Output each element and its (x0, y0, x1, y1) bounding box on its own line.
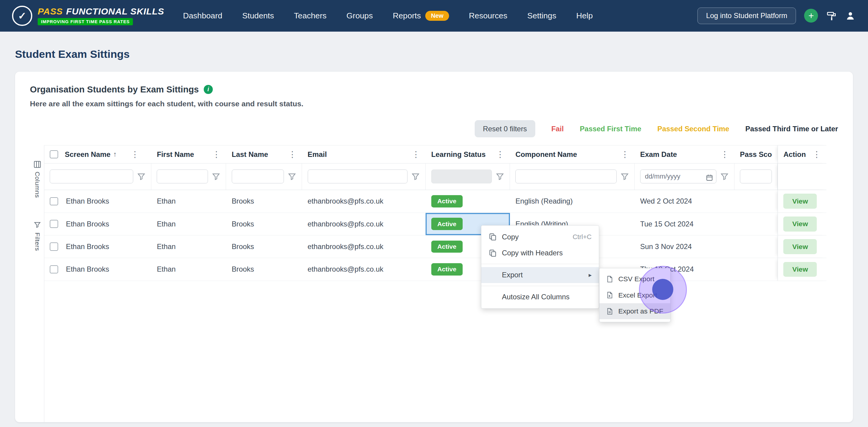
header-first-name[interactable]: First Name⋮ (151, 145, 226, 163)
cell-last-name[interactable]: Brooks (226, 258, 302, 281)
cell-email[interactable]: ethanbrooks@pfs.co.uk (302, 190, 426, 212)
nav-item-dashboard[interactable]: Dashboard (183, 11, 222, 21)
cell-pass-score[interactable] (735, 235, 778, 258)
theme-roller-icon[interactable] (827, 10, 837, 21)
row-checkbox[interactable] (50, 220, 58, 228)
add-button[interactable]: + (804, 9, 818, 23)
cell-first-name[interactable]: Ethan (151, 213, 226, 235)
info-icon[interactable]: i (204, 85, 213, 94)
context-menu-item-autosize-all-columns[interactable]: Autosize All Columns (481, 289, 599, 305)
context-menu-item-export[interactable]: Export ▸ (481, 267, 599, 283)
context-menu-item-copy[interactable]: Copy Ctrl+C (481, 229, 599, 245)
column-menu-icon[interactable]: ⋮ (209, 150, 221, 159)
table-row[interactable]: Ethan Brooks Ethan Brooks ethanbrooks@pf… (44, 213, 827, 235)
filter-input-last-name[interactable] (232, 169, 284, 184)
copy-icon (489, 249, 497, 257)
filter-input-pass-score[interactable] (740, 169, 772, 184)
nav-item-reports[interactable]: ReportsNew (393, 11, 449, 21)
login-student-platform-button[interactable]: Log into Student Platform (698, 7, 796, 24)
filter-input-learning-status (431, 169, 492, 184)
header-component-name[interactable]: Component Name⋮ (510, 145, 635, 163)
reset-filters-button[interactable]: Reset 0 filters (475, 120, 535, 137)
row-checkbox[interactable] (50, 197, 58, 206)
row-checkbox[interactable] (50, 242, 58, 251)
cell-last-name[interactable]: Brooks (226, 190, 302, 212)
filter-input-screen-name[interactable] (50, 169, 133, 184)
cell-value: ethanbrooks@pfs.co.uk (308, 220, 383, 228)
select-all-checkbox[interactable] (50, 150, 58, 159)
filter-input-first-name[interactable] (157, 169, 208, 184)
filter-input-exam-date[interactable] (640, 169, 716, 184)
cell-exam-date[interactable]: Sun 3 Nov 2024 (635, 235, 735, 258)
funnel-icon[interactable] (496, 172, 504, 181)
sidebar-tab-columns[interactable]: Columns (34, 161, 41, 198)
cell-email[interactable]: ethanbrooks@pfs.co.uk (302, 235, 426, 258)
header-learning-status[interactable]: Learning Status⋮ (426, 145, 510, 163)
cell-first-name[interactable]: Ethan (151, 258, 226, 281)
cell-screen-name[interactable]: Ethan Brooks (44, 213, 151, 235)
cell-component-name[interactable]: English (Reading) (510, 190, 635, 212)
column-menu-icon[interactable]: ⋮ (127, 150, 139, 159)
view-button[interactable]: View (783, 262, 817, 277)
cell-email[interactable]: ethanbrooks@pfs.co.uk (302, 258, 426, 281)
filter-input-component-name[interactable] (516, 169, 617, 184)
cell-exam-date[interactable]: Tue 15 Oct 2024 (635, 213, 735, 235)
nav-item-students[interactable]: Students (242, 11, 274, 21)
cell-first-name[interactable]: Ethan (151, 235, 226, 258)
sort-ascending-icon[interactable]: ↑ (113, 150, 117, 158)
column-menu-icon[interactable]: ⋮ (408, 150, 420, 159)
table-row[interactable]: Ethan Brooks Ethan Brooks ethanbrooks@pf… (44, 190, 827, 212)
cell-learning-status[interactable]: Active (426, 190, 510, 212)
shortcut-label: Ctrl+C (572, 233, 592, 241)
cell-screen-name[interactable]: Ethan Brooks (44, 258, 151, 281)
column-menu-icon[interactable]: ⋮ (717, 150, 729, 159)
funnel-icon[interactable] (720, 172, 729, 181)
nav-item-settings[interactable]: Settings (527, 11, 556, 21)
cell-value: Tue 15 Oct 2024 (640, 220, 693, 228)
sidebar-tab-filters[interactable]: Filters (34, 221, 41, 251)
cell-pass-score[interactable] (735, 190, 778, 212)
column-menu-icon[interactable]: ⋮ (809, 150, 821, 159)
table-row[interactable]: Ethan Brooks Ethan Brooks ethanbrooks@pf… (44, 235, 827, 258)
cell-first-name[interactable]: Ethan (151, 190, 226, 212)
nav-item-resources[interactable]: Resources (469, 11, 507, 21)
cell-last-name[interactable]: Brooks (226, 235, 302, 258)
header-email[interactable]: Email⋮ (302, 145, 426, 163)
row-checkbox[interactable] (50, 265, 58, 274)
column-menu-icon[interactable]: ⋮ (618, 150, 629, 159)
funnel-icon[interactable] (621, 172, 629, 181)
submenu-item-excel-export[interactable]: Excel Export (599, 287, 670, 303)
context-menu-item-copy-with-headers[interactable]: Copy with Headers (481, 245, 599, 261)
submenu-item-csv-export[interactable]: CSV Export (599, 271, 670, 287)
header-exam-date[interactable]: Exam Date⋮ (635, 145, 735, 163)
header-screen-name[interactable]: Screen Name ↑ ⋮ (44, 145, 151, 163)
header-action[interactable]: Action⋮ (778, 145, 827, 163)
nav-item-groups[interactable]: Groups (347, 11, 373, 21)
column-menu-icon[interactable]: ⋮ (285, 150, 297, 159)
top-navbar: ✓ PASSFUNCTIONAL SKILLS IMPROVING FIRST … (0, 0, 868, 32)
header-last-name[interactable]: Last Name⋮ (226, 145, 302, 163)
cell-email[interactable]: ethanbrooks@pfs.co.uk (302, 213, 426, 235)
user-icon[interactable] (845, 10, 856, 21)
cell-screen-name[interactable]: Ethan Brooks (44, 190, 151, 212)
brand-logo[interactable]: ✓ PASSFUNCTIONAL SKILLS IMPROVING FIRST … (12, 6, 164, 26)
funnel-icon[interactable] (411, 172, 420, 181)
view-button[interactable]: View (783, 239, 817, 254)
table-row[interactable]: Ethan Brooks Ethan Brooks ethanbrooks@pf… (44, 258, 827, 281)
header-pass-score[interactable]: Pass Score (735, 145, 778, 163)
funnel-icon[interactable] (137, 172, 146, 181)
funnel-icon[interactable] (212, 172, 220, 181)
cell-last-name[interactable]: Brooks (226, 213, 302, 235)
nav-item-help[interactable]: Help (576, 11, 593, 21)
column-menu-icon[interactable]: ⋮ (493, 150, 504, 159)
submenu-item-export-as-pdf[interactable]: Export as PDF (599, 303, 670, 319)
cell-pass-score[interactable] (735, 213, 778, 235)
view-button[interactable]: View (783, 217, 817, 232)
view-button[interactable]: View (783, 194, 817, 209)
cell-pass-score[interactable] (735, 258, 778, 281)
nav-item-teachers[interactable]: Teachers (294, 11, 327, 21)
funnel-icon[interactable] (288, 172, 296, 181)
filter-input-email[interactable] (308, 169, 408, 184)
cell-exam-date[interactable]: Wed 2 Oct 2024 (635, 190, 735, 212)
cell-screen-name[interactable]: Ethan Brooks (44, 235, 151, 258)
